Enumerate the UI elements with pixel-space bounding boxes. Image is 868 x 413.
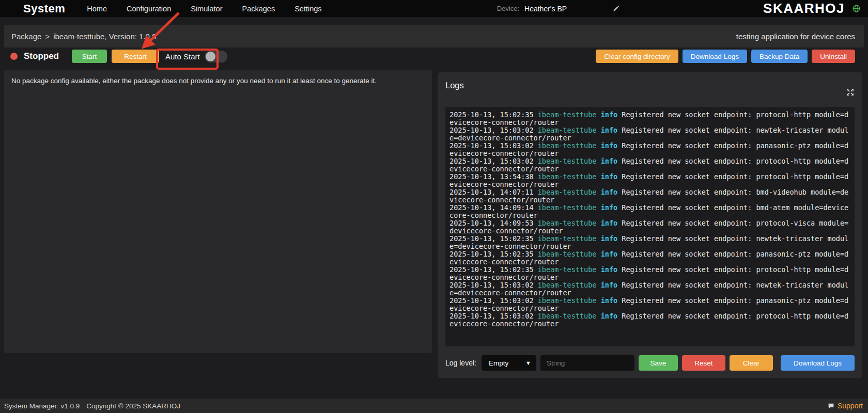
breadcrumb-bar: Package > ibeam-testtube, Version: 1.0.8… bbox=[4, 25, 864, 47]
breadcrumb-current: ibeam-testtube, Version: 1.0.8 bbox=[53, 32, 156, 41]
package-config-panel: No package config available, either the … bbox=[4, 70, 432, 353]
log-level: info bbox=[601, 188, 618, 196]
log-entry: 2025-10-13, 14:07:11 ibeam-testtube info… bbox=[450, 188, 850, 204]
log-level: info bbox=[601, 281, 618, 289]
skaarhoj-logo: SKAARHOJ bbox=[763, 1, 845, 17]
log-level: info bbox=[601, 172, 618, 181]
download-logs-bottom-button[interactable]: Download Logs bbox=[781, 355, 855, 371]
logs-controls: Log level: Empty ▼ Save Reset Clear Down… bbox=[445, 355, 855, 371]
clear-config-directory-button[interactable]: Clear config directory bbox=[596, 50, 678, 63]
log-timestamp: 2025-10-13, 13:54:38 bbox=[450, 172, 534, 181]
log-level-select[interactable]: Empty ▼ bbox=[482, 355, 536, 371]
log-source: ibeam-testtube bbox=[538, 250, 597, 258]
logs-title: Logs bbox=[445, 81, 464, 90]
log-level: info bbox=[601, 234, 618, 243]
logs-header: Logs bbox=[445, 81, 855, 97]
log-timestamp: 2025-10-13, 15:03:02 bbox=[450, 126, 534, 134]
package-actions: Clear config directory Download Logs Bac… bbox=[596, 50, 855, 63]
log-timestamp: 2025-10-13, 14:09:14 bbox=[450, 203, 534, 212]
nav-item[interactable]: Settings bbox=[295, 5, 321, 13]
nav-item[interactable]: Packages bbox=[242, 5, 275, 13]
log-level: info bbox=[601, 126, 618, 134]
support-chat-icon bbox=[828, 403, 834, 409]
log-level: info bbox=[601, 312, 618, 320]
log-entry: 2025-10-13, 15:02:35 ibeam-testtube info… bbox=[450, 266, 850, 281]
no-config-message: No package config available, either the … bbox=[11, 77, 425, 85]
log-timestamp: 2025-10-13, 15:02:35 bbox=[450, 250, 534, 258]
nav-menu: Home Configuration Simulator Packages Se… bbox=[87, 5, 321, 13]
device-selector: Device: Heather's BP bbox=[497, 5, 619, 13]
log-entry: 2025-10-13, 15:03:02 ibeam-testtube info… bbox=[450, 157, 850, 173]
log-timestamp: 2025-10-13, 15:02:35 bbox=[450, 265, 534, 274]
download-logs-button[interactable]: Download Logs bbox=[683, 50, 747, 63]
package-description: testing application for device cores bbox=[736, 32, 855, 41]
autostart-label: Auto Start bbox=[165, 52, 200, 61]
log-level: info bbox=[601, 141, 618, 150]
nav-item[interactable]: Home bbox=[87, 5, 107, 13]
uninstall-button[interactable]: Uninstall bbox=[812, 50, 855, 63]
edit-device-icon[interactable] bbox=[612, 5, 619, 12]
clear-button[interactable]: Clear bbox=[730, 355, 773, 371]
log-entry: 2025-10-13, 15:02:35 ibeam-testtube info… bbox=[450, 235, 850, 250]
log-timestamp: 2025-10-13, 15:02:35 bbox=[450, 234, 534, 243]
log-level: info bbox=[601, 296, 618, 305]
breadcrumb-root[interactable]: Package bbox=[11, 32, 41, 41]
log-source: ibeam-testtube bbox=[538, 203, 597, 212]
copyright-text: Copyright © 2025 SKAARHOJ bbox=[86, 402, 180, 410]
log-timestamp: 2025-10-13, 15:02:35 bbox=[450, 110, 534, 119]
log-entry: 2025-10-13, 15:03:02 ibeam-testtube info… bbox=[450, 297, 850, 312]
log-timestamp: 2025-10-13, 15:03:02 bbox=[450, 141, 534, 150]
log-timestamp: 2025-10-13, 14:09:53 bbox=[450, 219, 534, 227]
log-level: info bbox=[601, 110, 618, 119]
log-source: ibeam-testtube bbox=[538, 265, 597, 274]
log-level-value: Empty bbox=[489, 359, 508, 367]
support-label: Support bbox=[838, 402, 863, 410]
restart-button[interactable]: Restart bbox=[112, 50, 159, 63]
log-source: ibeam-testtube bbox=[538, 312, 597, 320]
log-source: ibeam-testtube bbox=[538, 157, 597, 165]
log-source: ibeam-testtube bbox=[538, 172, 597, 181]
breadcrumb-separator: > bbox=[45, 32, 50, 41]
log-level: info bbox=[601, 219, 618, 227]
log-level: info bbox=[601, 265, 618, 274]
log-timestamp: 2025-10-13, 15:03:02 bbox=[450, 281, 534, 289]
log-source: ibeam-testtube bbox=[538, 110, 597, 119]
reset-button[interactable]: Reset bbox=[682, 355, 725, 371]
device-label: Device: bbox=[497, 5, 519, 12]
log-timestamp: 2025-10-13, 15:03:02 bbox=[450, 157, 534, 165]
log-level: info bbox=[601, 203, 618, 212]
footer: System Manager: v1.0.9 Copyright © 2025 … bbox=[0, 399, 868, 413]
start-button[interactable]: Start bbox=[72, 50, 107, 63]
logs-panel: Logs 2025-10-13, 15:02:35 ibeam-testtube… bbox=[438, 72, 862, 378]
log-filter-input[interactable] bbox=[540, 355, 634, 371]
log-source: ibeam-testtube bbox=[538, 141, 597, 150]
save-button[interactable]: Save bbox=[639, 355, 678, 371]
expand-logs-icon[interactable] bbox=[846, 88, 855, 97]
log-output[interactable]: 2025-10-13, 15:02:35 ibeam-testtube info… bbox=[445, 107, 855, 346]
autostart-toggle[interactable] bbox=[205, 51, 227, 62]
log-entry: 2025-10-13, 15:02:35 ibeam-testtube info… bbox=[450, 250, 850, 266]
log-level: info bbox=[601, 157, 618, 165]
log-entry: 2025-10-13, 15:03:02 ibeam-testtube info… bbox=[450, 312, 850, 328]
nav-item[interactable]: Simulator bbox=[191, 5, 222, 13]
version-text: System Manager: v1.0.9 bbox=[4, 402, 80, 410]
log-source: ibeam-testtube bbox=[538, 281, 597, 289]
log-entry: 2025-10-13, 14:09:14 ibeam-testtube info… bbox=[450, 204, 850, 219]
log-entry: 2025-10-13, 15:03:02 ibeam-testtube info… bbox=[450, 281, 850, 297]
log-entry: 2025-10-13, 15:02:35 ibeam-testtube info… bbox=[450, 111, 850, 126]
device-name: Heather's BP bbox=[524, 5, 567, 13]
support-link[interactable]: Support bbox=[828, 402, 863, 410]
log-timestamp: 2025-10-13, 15:03:02 bbox=[450, 312, 534, 320]
log-entry: 2025-10-13, 15:03:02 ibeam-testtube info… bbox=[450, 126, 850, 142]
log-entry: 2025-10-13, 13:54:38 ibeam-testtube info… bbox=[450, 173, 850, 188]
log-source: ibeam-testtube bbox=[538, 126, 597, 134]
app-title: System bbox=[23, 2, 65, 15]
top-navbar: System Home Configuration Simulator Pack… bbox=[0, 0, 868, 17]
status-dot bbox=[10, 53, 18, 60]
backup-data-button[interactable]: Backup Data bbox=[751, 50, 808, 63]
log-source: ibeam-testtube bbox=[538, 188, 597, 196]
status-label: Stopped bbox=[24, 51, 59, 61]
globe-icon[interactable] bbox=[852, 4, 861, 13]
nav-item[interactable]: Configuration bbox=[127, 5, 171, 13]
log-timestamp: 2025-10-13, 14:07:11 bbox=[450, 188, 534, 196]
